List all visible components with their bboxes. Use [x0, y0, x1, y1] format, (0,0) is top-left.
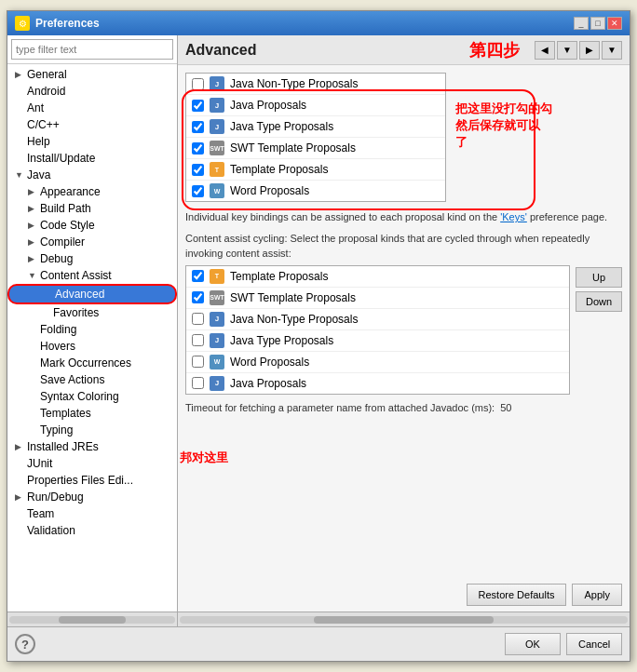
- tree-item-templates[interactable]: Templates: [7, 405, 177, 422]
- close-button[interactable]: ✕: [607, 17, 622, 30]
- tree-label: Typing: [40, 423, 73, 437]
- c-template-icon: T: [210, 269, 224, 284]
- down-button[interactable]: Down: [576, 291, 622, 312]
- c-checkbox-java-input[interactable]: [192, 377, 204, 389]
- checkbox-template: T Template Proposals: [186, 159, 445, 181]
- tree-item-junit[interactable]: JUnit: [7, 455, 177, 472]
- checkbox-label: Java Type Proposals: [230, 334, 333, 347]
- checkbox-word: W Word Proposals: [186, 181, 445, 201]
- right-hscrollbar[interactable]: [178, 612, 630, 626]
- tree-item-team[interactable]: Team: [7, 505, 177, 522]
- tree-item-help[interactable]: Help: [7, 133, 177, 150]
- tree-item-cpp[interactable]: C/C++: [7, 116, 177, 133]
- checkbox-java-type-input[interactable]: [192, 121, 204, 133]
- checkbox-java-nontypes-input[interactable]: [192, 78, 204, 90]
- cycling-buttons: Up Down: [576, 265, 622, 395]
- tree-label: Properties Files Edi...: [27, 474, 133, 487]
- c-checkbox-word-input[interactable]: [192, 356, 204, 368]
- tree-item-rundebug[interactable]: ▶ Run/Debug: [7, 489, 177, 505]
- tree-item-markoccurrences[interactable]: Mark Occurrences: [7, 355, 177, 371]
- tree-item-debug[interactable]: ▶ Debug: [7, 250, 177, 267]
- nav-menu-button[interactable]: ▼: [602, 41, 622, 60]
- tree-item-codestyle[interactable]: ▶ Code Style: [7, 217, 177, 234]
- checkbox-label: Java Non-Type Proposals: [230, 313, 358, 326]
- tree-item-compiler[interactable]: ▶ Compiler: [7, 234, 177, 250]
- hscroll-thumb: [59, 616, 125, 624]
- tree-item-favorites[interactable]: Favorites: [7, 304, 177, 321]
- checkbox-label: Java Non-Type Proposals: [230, 77, 358, 90]
- top-proposals-section: 把这里没打勾的勾 然后保存就可以 了 J Java Non-Type Propo…: [185, 73, 622, 202]
- c-checkbox-template-input[interactable]: [192, 270, 204, 282]
- window-icon: ⚙: [15, 16, 30, 31]
- checkbox-label: SWT Template Proposals: [230, 291, 356, 304]
- c-swt-icon: SWT: [210, 290, 224, 305]
- tree-label: Debug: [40, 252, 73, 265]
- c-checkbox-word: W Word Proposals: [186, 352, 569, 373]
- action-buttons: Restore Defaults Apply: [178, 578, 630, 612]
- checkbox-label: Java Type Proposals: [230, 120, 333, 133]
- nav-dropdown-button[interactable]: ▼: [557, 41, 577, 60]
- right-panel: Advanced 第四步 ◀ ▼ ▶ ▼: [178, 35, 630, 626]
- tree-item-syntaxcoloring[interactable]: Syntax Coloring: [7, 388, 177, 405]
- right-hscroll-track: [180, 616, 628, 624]
- keys-link[interactable]: 'Keys': [500, 211, 527, 222]
- tree-item-contentassist[interactable]: ▼ Content Assist: [7, 267, 177, 284]
- c-checkbox-java: J Java Proposals: [186, 373, 569, 394]
- tree-label: Templates: [40, 407, 91, 420]
- tree-item-java[interactable]: ▼ Java: [7, 167, 177, 183]
- tree-label: Team: [27, 507, 54, 520]
- tree-item-folding[interactable]: Folding: [7, 321, 177, 338]
- arrow-icon: ▶: [15, 492, 24, 502]
- cancel-button[interactable]: Cancel: [566, 633, 622, 655]
- arrow-icon: ▼: [28, 271, 37, 280]
- tree-item-hovers[interactable]: Hovers: [7, 338, 177, 355]
- tree-label: Installed JREs: [27, 440, 99, 453]
- tree-item-appearance[interactable]: ▶ Appearance: [7, 183, 177, 200]
- arrow-icon: ▶: [15, 442, 24, 451]
- arrow-icon: ▼: [15, 170, 24, 180]
- tree-item-saveactions[interactable]: Save Actions: [7, 371, 177, 388]
- tree-hscrollbar[interactable]: [7, 612, 177, 626]
- tree-item-ant[interactable]: Ant: [7, 100, 177, 116]
- tree-item-typing[interactable]: Typing: [7, 422, 177, 438]
- tree-item-install[interactable]: Install/Update: [7, 150, 177, 167]
- nav-back-button[interactable]: ◀: [535, 41, 555, 60]
- checkbox-word-input[interactable]: [192, 185, 204, 197]
- tree-item-buildpath[interactable]: ▶ Build Path: [7, 200, 177, 217]
- tree-item-android[interactable]: Android: [7, 83, 177, 100]
- restore-defaults-button[interactable]: Restore Defaults: [467, 584, 567, 606]
- apply-button[interactable]: Apply: [572, 584, 622, 606]
- checkbox-swt-template-input[interactable]: [192, 142, 204, 155]
- help-button[interactable]: ?: [15, 634, 35, 654]
- main-content: ▶ General Android Ant C/C++: [7, 35, 630, 626]
- timeout-label: Timeout for fetching a parameter name fr…: [185, 402, 495, 413]
- tree-label: General: [27, 68, 67, 81]
- tree-label: Java: [27, 168, 50, 181]
- tree-label: Ant: [27, 101, 44, 114]
- tree-item-validation[interactable]: Validation: [7, 522, 177, 539]
- maximize-button[interactable]: □: [590, 17, 605, 30]
- tree-label: Build Path: [40, 202, 91, 215]
- c-checkbox-swt-input[interactable]: [192, 291, 204, 303]
- up-button[interactable]: Up: [576, 267, 622, 288]
- c-checkbox-swt: SWT SWT Template Proposals: [186, 288, 569, 309]
- tree-item-general[interactable]: ▶ General: [7, 66, 177, 83]
- checkbox-java-proposals-input[interactable]: [192, 100, 204, 112]
- nav-forward-button[interactable]: ▶: [579, 41, 600, 60]
- minimize-button[interactable]: _: [574, 17, 589, 30]
- c-checkbox-java-nontypes-input[interactable]: [192, 313, 204, 325]
- checkbox-template-input[interactable]: [192, 164, 204, 176]
- tree-item-advanced[interactable]: Advanced: [7, 284, 177, 304]
- tree-label: Favorites: [53, 306, 99, 319]
- tree-item-installedjres[interactable]: ▶ Installed JREs: [7, 438, 177, 455]
- c-checkbox-java-type-input[interactable]: [192, 334, 204, 346]
- tree-item-propertiesfiles[interactable]: Properties Files Edi...: [7, 472, 177, 489]
- right-hscroll-thumb: [314, 616, 493, 624]
- filter-input[interactable]: [11, 39, 173, 60]
- ok-button[interactable]: OK: [505, 633, 561, 655]
- tree-label: Help: [27, 135, 50, 148]
- tree: ▶ General Android Ant C/C++: [7, 64, 177, 612]
- annotation-step: 第四步: [469, 39, 520, 61]
- arrow-icon: ▶: [28, 187, 37, 196]
- arrow-icon: ▶: [28, 204, 37, 213]
